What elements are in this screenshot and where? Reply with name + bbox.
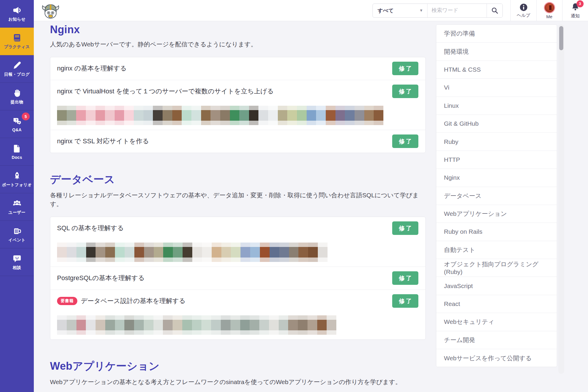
- blurred-avatar: [230, 106, 240, 125]
- category-item[interactable]: Ruby on Rails: [436, 223, 557, 241]
- blurred-avatar: [96, 243, 105, 262]
- section-title: Nginx: [50, 23, 426, 36]
- sidebar-item-2[interactable]: プラクティス: [0, 28, 34, 55]
- category-item[interactable]: 自動テスト: [436, 241, 557, 259]
- practice-title-link[interactable]: nginx で VirtualHost を使って１つのサーバーで複数のサイトを立…: [57, 87, 274, 96]
- blurred-avatar: [270, 243, 279, 262]
- practice-title-link[interactable]: データベース設計の基本を理解する: [81, 297, 186, 305]
- book-icon: [12, 33, 22, 43]
- sidebar-item-label: 相談: [13, 265, 21, 270]
- blurred-avatars-strip: [57, 106, 383, 125]
- category-item[interactable]: Nginx: [436, 169, 557, 187]
- blurred-avatar: [211, 106, 220, 125]
- help-label: ヘルプ: [517, 13, 530, 18]
- blurred-avatar: [239, 106, 249, 125]
- category-item[interactable]: Git & GitHub: [436, 115, 557, 133]
- book-required-badge: 要書籍: [57, 297, 77, 305]
- blurred-avatar: [163, 106, 172, 125]
- category-item[interactable]: HTTP: [436, 151, 557, 169]
- blurred-avatar: [191, 106, 201, 125]
- section-title: Webアプリケーション: [50, 359, 426, 374]
- categories-scrollbar-thumb[interactable]: [559, 26, 563, 50]
- notifications-label: 通知: [571, 13, 580, 19]
- section-description: Webアプリケーションの基本となる考え方とフレームワークのsinatraを使って…: [50, 378, 426, 386]
- qa-chat-icon: ?: [12, 116, 22, 126]
- completed-button[interactable]: 修了: [392, 294, 418, 308]
- completed-button[interactable]: 修了: [392, 85, 418, 98]
- sidebar-item-6[interactable]: Docs: [0, 138, 34, 166]
- beer-mug-icon: [12, 226, 22, 236]
- search-input[interactable]: [427, 4, 487, 17]
- category-item[interactable]: 学習の準備: [436, 25, 557, 43]
- blurred-avatar: [76, 106, 86, 125]
- practice-title-link[interactable]: nginx の基本を理解する: [57, 64, 127, 73]
- pencil-icon: [12, 61, 22, 70]
- help-button[interactable]: ヘルプ: [510, 0, 536, 21]
- practice-title-link[interactable]: nginx で SSL 対応サイトを作る: [57, 137, 149, 146]
- sidebar-item-5[interactable]: ?Q&A5: [0, 110, 34, 138]
- blurred-avatar: [57, 243, 67, 262]
- search-button[interactable]: [487, 4, 502, 17]
- practice-card: nginx の基本を理解する修了nginx で VirtualHost を使って…: [50, 57, 426, 153]
- blurred-avatar: [212, 243, 221, 262]
- sidebar-item-label: 提出物: [11, 100, 23, 105]
- hand-icon: [12, 88, 22, 98]
- categories-scrollbar-track[interactable]: [558, 24, 564, 374]
- sidebar-item-7[interactable]: ポートフォリオ: [0, 166, 34, 193]
- sidebar-item-8[interactable]: ユーザー: [0, 193, 34, 221]
- blurred-avatar: [105, 243, 115, 262]
- category-item[interactable]: JavaScript: [436, 277, 557, 295]
- category-item[interactable]: データベース: [436, 187, 557, 205]
- blurred-avatar: [202, 243, 212, 262]
- blurred-avatar: [308, 315, 317, 335]
- completed-button[interactable]: 修了: [392, 62, 418, 75]
- blurred-avatar: [327, 315, 336, 335]
- sidebar-item-10[interactable]: 相談: [0, 248, 34, 276]
- practice-section: データベース各種リレーショナルデータベースソフトウェアの基本や、データ追加・変更…: [50, 172, 426, 340]
- category-item[interactable]: Webアプリケーション: [436, 205, 557, 223]
- practice-row: nginx の基本を理解する修了: [50, 57, 425, 80]
- sidebar-item-4[interactable]: 提出物: [0, 83, 34, 110]
- completed-button[interactable]: 修了: [392, 271, 418, 285]
- blurred-avatar: [316, 106, 326, 125]
- category-item[interactable]: 開発環境: [436, 43, 557, 60]
- search-scope-select[interactable]: すべて ▼: [373, 4, 427, 17]
- notifications-badge: 3: [577, 0, 584, 7]
- blurred-avatar: [297, 106, 307, 125]
- category-item[interactable]: Webセキュリティ: [436, 313, 557, 331]
- category-item[interactable]: Linux: [436, 97, 557, 115]
- blurred-avatar: [86, 106, 96, 125]
- completed-button[interactable]: 修了: [392, 221, 418, 235]
- completed-button[interactable]: 修了: [392, 134, 418, 148]
- notifications-button[interactable]: 3 通知: [562, 0, 588, 21]
- category-item[interactable]: チーム開発: [436, 331, 557, 349]
- blurred-avatar: [57, 315, 67, 335]
- blurred-avatar: [250, 315, 259, 335]
- sidebar-item-1[interactable]: お知らせ: [0, 0, 34, 28]
- sidebar-item-label: お知らせ: [8, 17, 25, 22]
- blurred-avatar: [220, 106, 230, 125]
- blurred-avatar: [76, 243, 86, 262]
- me-button[interactable]: Me: [536, 0, 562, 21]
- practice-title-line: 要書籍データベース設計の基本を理解する: [57, 294, 418, 308]
- app-logo[interactable]: [41, 1, 60, 20]
- category-item[interactable]: Ruby: [436, 133, 557, 151]
- category-item[interactable]: React: [436, 295, 557, 313]
- blurred-avatar: [154, 243, 163, 262]
- sidebar-item-label: Docs: [12, 155, 22, 160]
- megaphone-icon: [12, 6, 22, 15]
- main-content: Nginx人気のあるWebサーバーです。静的ページを配信できるようになります。n…: [50, 21, 426, 386]
- category-item[interactable]: Webサービスを作って公開する: [436, 349, 557, 367]
- left-sidebar: お知らせプラクティス日報・ブログ提出物?Q&A5Docsポートフォリオユーザーイ…: [0, 0, 34, 392]
- search-scope-value: すべて: [377, 7, 394, 14]
- category-item[interactable]: HTML & CSS: [436, 61, 557, 79]
- practice-title-link[interactable]: PostgreSQLの基本を理解する: [57, 274, 145, 282]
- practice-title-link[interactable]: SQL の基本を理解する: [57, 224, 124, 233]
- mascot-logo-icon: [41, 1, 60, 20]
- practice-title-line: SQL の基本を理解する: [57, 221, 418, 235]
- blurred-avatar: [96, 315, 105, 335]
- sidebar-item-9[interactable]: イベント: [0, 221, 34, 248]
- category-item[interactable]: Vi: [436, 79, 557, 97]
- category-item[interactable]: オブジェクト指向プログラミング(Ruby): [436, 259, 557, 277]
- sidebar-item-3[interactable]: 日報・ブログ: [0, 55, 34, 83]
